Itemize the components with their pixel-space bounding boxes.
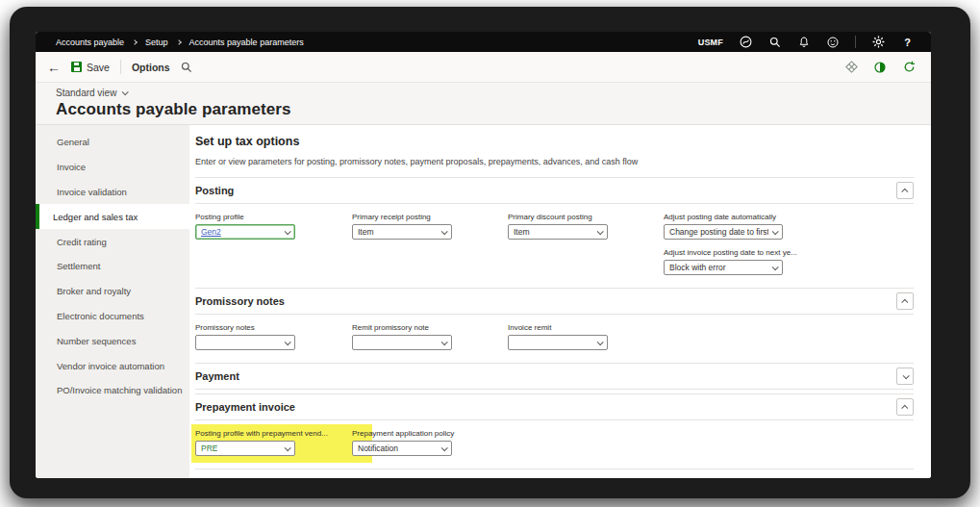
chevron-up-icon	[901, 404, 908, 411]
field-adjust-posting-date: Adjust posting date automatically Change…	[664, 213, 783, 240]
chevron-down-icon	[122, 89, 129, 95]
sidebar-item-invoice-validation[interactable]: Invoice validation	[36, 180, 189, 205]
breadcrumb-item-setup[interactable]: Setup	[145, 38, 168, 47]
field-primary-receipt-posting: Primary receipt posting Item	[352, 213, 452, 240]
remit-promissory-note-select[interactable]	[352, 335, 452, 350]
posting-profile-prepayment-select[interactable]: PRE	[195, 441, 295, 456]
field-label: Posting profile	[195, 213, 295, 221]
notifications-bell-icon[interactable]	[797, 36, 810, 48]
chevron-down-icon	[285, 444, 291, 451]
refresh-icon[interactable]	[902, 61, 916, 74]
posting-profile-value-link[interactable]: Gen2	[201, 227, 221, 237]
page-title: Accounts payable parameters	[56, 100, 931, 119]
sidebar-item-vendor-invoice-automation[interactable]: Vendor invoice automation	[36, 353, 189, 378]
company-picker[interactable]: USMF	[698, 38, 723, 47]
sidebar-item-po-invoice-matching-validation[interactable]: PO/Invoice matching validation	[36, 378, 189, 403]
search-icon[interactable]	[181, 61, 193, 73]
chevron-down-icon	[597, 228, 604, 235]
payment-section: Payment	[195, 363, 914, 390]
field-label: Remit promissory note	[352, 323, 452, 332]
options-button[interactable]: Options	[132, 62, 170, 73]
primary-receipt-posting-select[interactable]: Item	[352, 224, 452, 240]
field-invoice-remit: Invoice remit	[508, 323, 608, 350]
action-pane: ← Save Options	[36, 52, 931, 83]
posting-profile-select[interactable]: Gen2	[195, 224, 295, 240]
sidebar-item-settlement[interactable]: Settlement	[36, 254, 189, 279]
chevron-down-icon	[441, 228, 448, 235]
collapse-button[interactable]	[896, 182, 914, 199]
sidebar: General Invoice Invoice validation Ledge…	[36, 125, 189, 478]
save-icon	[71, 62, 82, 72]
field-prepayment-application-policy: Prepayment application policy Notificati…	[352, 429, 454, 456]
field-label: Posting profile with prepayment vend...	[195, 429, 328, 438]
save-button[interactable]: Save	[71, 62, 110, 73]
main-content: Set up tax options Enter or view paramet…	[189, 125, 931, 478]
field-primary-discount-posting: Primary discount posting Item	[508, 213, 608, 240]
field-label: Adjust posting date automatically	[664, 213, 783, 221]
primary-discount-posting-select[interactable]: Item	[508, 224, 608, 240]
sidebar-item-credit-rating[interactable]: Credit rating	[36, 229, 189, 254]
field-adjust-invoice-posting-date: Adjust invoice posting date to next ye..…	[664, 248, 797, 275]
dynamics-365-icon[interactable]	[740, 36, 752, 48]
field-label: Adjust invoice posting date to next ye..…	[664, 248, 797, 257]
sidebar-item-ledger-and-sales-tax[interactable]: Ledger and sales tax	[36, 204, 189, 229]
section-group-description: Enter or view parameters for posting, pr…	[195, 157, 914, 166]
field-value: Item	[358, 227, 374, 237]
field-value: Block with error	[669, 263, 726, 272]
sidebar-item-electronic-documents[interactable]: Electronic documents	[36, 304, 189, 329]
field-label: Promissory notes	[195, 323, 295, 332]
field-label: Primary receipt posting	[352, 213, 452, 221]
field-value: Item	[514, 227, 530, 237]
invoice-remit-select[interactable]	[508, 335, 608, 350]
chevron-down-icon	[441, 444, 448, 451]
back-button[interactable]: ←	[47, 61, 61, 74]
prepayment-invoice-section: Prepayment invoice Posting profile with …	[195, 393, 914, 469]
field-value: Change posting date to first ...	[669, 227, 768, 237]
view-selector-label: Standard view	[56, 88, 116, 98]
chevron-down-icon	[772, 264, 779, 270]
posting-section: Posting Posting profile Gen2 Primar	[195, 177, 914, 288]
sidebar-item-invoice[interactable]: Invoice	[36, 155, 189, 180]
expand-button[interactable]	[896, 368, 914, 385]
breadcrumb-item-parameters[interactable]: Accounts payable parameters	[189, 38, 304, 47]
adjust-invoice-posting-date-select[interactable]: Block with error	[664, 260, 783, 275]
collapse-button[interactable]	[896, 292, 914, 310]
adjust-posting-date-select[interactable]: Change posting date to first ...	[664, 224, 783, 240]
breadcrumb-item-accounts-payable[interactable]: Accounts payable	[56, 38, 124, 47]
view-selector[interactable]: Standard view	[56, 88, 127, 98]
breadcrumb: Accounts payable Setup Accounts payable …	[56, 38, 304, 47]
field-posting-profile: Posting profile Gen2	[195, 213, 295, 240]
chevron-down-icon	[597, 339, 604, 345]
settings-gear-icon[interactable]	[872, 36, 885, 48]
search-icon[interactable]	[768, 36, 781, 48]
payment-section-title: Payment	[195, 370, 239, 382]
top-navigation-bar: Accounts payable Setup Accounts payable …	[36, 32, 931, 52]
field-value: PRE	[201, 444, 217, 453]
promissory-notes-section-title: Promissory notes	[195, 295, 285, 307]
office-apps-icon[interactable]	[844, 61, 858, 74]
chevron-down-icon	[285, 228, 291, 235]
posting-section-title: Posting	[195, 185, 234, 196]
collapse-button[interactable]	[896, 398, 914, 416]
promissory-notes-section: Promissory notes Promissory notes	[195, 288, 914, 363]
field-label: Prepayment application policy	[352, 429, 454, 438]
field-label: Invoice remit	[508, 323, 608, 332]
topbar-actions: USMF ?	[698, 36, 914, 48]
promissory-notes-select[interactable]	[195, 335, 295, 350]
chevron-down-icon	[772, 228, 779, 235]
sidebar-item-broker-and-royalty[interactable]: Broker and royalty	[36, 279, 189, 304]
sidebar-item-general[interactable]: General	[36, 130, 189, 155]
action-pane-divider	[120, 60, 121, 74]
field-remit-promissory-note: Remit promissory note	[352, 323, 452, 350]
save-button-label: Save	[87, 62, 110, 73]
help-icon[interactable]: ?	[901, 36, 914, 48]
feedback-smiley-icon[interactable]	[826, 36, 839, 48]
section-group-title: Set up tax options	[195, 135, 914, 148]
field-label: Primary discount posting	[508, 213, 608, 221]
window-frame: Accounts payable Setup Accounts payable …	[10, 7, 970, 498]
prepayment-application-policy-select[interactable]: Notification	[352, 441, 452, 456]
sidebar-item-number-sequences[interactable]: Number sequences	[36, 328, 189, 353]
prepayment-invoice-section-title: Prepayment invoice	[195, 401, 295, 413]
topbar-divider	[855, 36, 856, 48]
half-circle-toggle-icon[interactable]	[873, 61, 887, 74]
